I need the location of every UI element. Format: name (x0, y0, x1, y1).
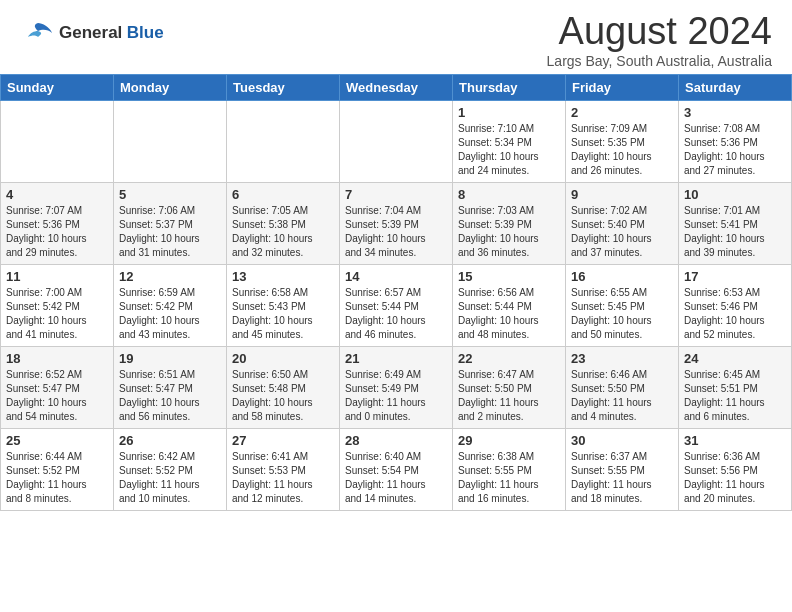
calendar-cell: 23Sunrise: 6:46 AM Sunset: 5:50 PM Dayli… (566, 347, 679, 429)
calendar-cell: 24Sunrise: 6:45 AM Sunset: 5:51 PM Dayli… (679, 347, 792, 429)
day-info: Sunrise: 7:04 AM Sunset: 5:39 PM Dayligh… (345, 204, 447, 260)
day-number: 18 (6, 351, 108, 366)
day-number: 2 (571, 105, 673, 120)
calendar-cell: 9Sunrise: 7:02 AM Sunset: 5:40 PM Daylig… (566, 183, 679, 265)
day-info: Sunrise: 6:58 AM Sunset: 5:43 PM Dayligh… (232, 286, 334, 342)
day-number: 20 (232, 351, 334, 366)
calendar-cell: 16Sunrise: 6:55 AM Sunset: 5:45 PM Dayli… (566, 265, 679, 347)
day-number: 1 (458, 105, 560, 120)
calendar-cell: 11Sunrise: 7:00 AM Sunset: 5:42 PM Dayli… (1, 265, 114, 347)
day-number: 25 (6, 433, 108, 448)
calendar-week-2: 4Sunrise: 7:07 AM Sunset: 5:36 PM Daylig… (1, 183, 792, 265)
day-info: Sunrise: 7:06 AM Sunset: 5:37 PM Dayligh… (119, 204, 221, 260)
day-info: Sunrise: 6:49 AM Sunset: 5:49 PM Dayligh… (345, 368, 447, 424)
calendar-cell: 18Sunrise: 6:52 AM Sunset: 5:47 PM Dayli… (1, 347, 114, 429)
logo-text: General Blue (59, 24, 164, 43)
day-info: Sunrise: 6:36 AM Sunset: 5:56 PM Dayligh… (684, 450, 786, 506)
day-number: 4 (6, 187, 108, 202)
day-info: Sunrise: 6:55 AM Sunset: 5:45 PM Dayligh… (571, 286, 673, 342)
location: Largs Bay, South Australia, Australia (547, 53, 772, 69)
day-number: 3 (684, 105, 786, 120)
day-info: Sunrise: 7:00 AM Sunset: 5:42 PM Dayligh… (6, 286, 108, 342)
day-info: Sunrise: 7:09 AM Sunset: 5:35 PM Dayligh… (571, 122, 673, 178)
calendar-week-4: 18Sunrise: 6:52 AM Sunset: 5:47 PM Dayli… (1, 347, 792, 429)
day-info: Sunrise: 6:47 AM Sunset: 5:50 PM Dayligh… (458, 368, 560, 424)
calendar-cell: 12Sunrise: 6:59 AM Sunset: 5:42 PM Dayli… (114, 265, 227, 347)
day-number: 15 (458, 269, 560, 284)
day-number: 31 (684, 433, 786, 448)
calendar-cell: 3Sunrise: 7:08 AM Sunset: 5:36 PM Daylig… (679, 101, 792, 183)
header: General Blue August 2024 Largs Bay, Sout… (0, 0, 792, 74)
calendar-cell: 22Sunrise: 6:47 AM Sunset: 5:50 PM Dayli… (453, 347, 566, 429)
weekday-header-friday: Friday (566, 75, 679, 101)
calendar: SundayMondayTuesdayWednesdayThursdayFrid… (0, 74, 792, 511)
calendar-cell: 31Sunrise: 6:36 AM Sunset: 5:56 PM Dayli… (679, 429, 792, 511)
calendar-cell: 20Sunrise: 6:50 AM Sunset: 5:48 PM Dayli… (227, 347, 340, 429)
calendar-cell: 7Sunrise: 7:04 AM Sunset: 5:39 PM Daylig… (340, 183, 453, 265)
day-number: 13 (232, 269, 334, 284)
day-info: Sunrise: 6:45 AM Sunset: 5:51 PM Dayligh… (684, 368, 786, 424)
weekday-header-thursday: Thursday (453, 75, 566, 101)
day-info: Sunrise: 6:41 AM Sunset: 5:53 PM Dayligh… (232, 450, 334, 506)
day-number: 26 (119, 433, 221, 448)
day-info: Sunrise: 6:40 AM Sunset: 5:54 PM Dayligh… (345, 450, 447, 506)
calendar-cell: 4Sunrise: 7:07 AM Sunset: 5:36 PM Daylig… (1, 183, 114, 265)
day-info: Sunrise: 6:52 AM Sunset: 5:47 PM Dayligh… (6, 368, 108, 424)
calendar-cell: 1Sunrise: 7:10 AM Sunset: 5:34 PM Daylig… (453, 101, 566, 183)
day-info: Sunrise: 6:51 AM Sunset: 5:47 PM Dayligh… (119, 368, 221, 424)
calendar-cell: 5Sunrise: 7:06 AM Sunset: 5:37 PM Daylig… (114, 183, 227, 265)
calendar-cell: 2Sunrise: 7:09 AM Sunset: 5:35 PM Daylig… (566, 101, 679, 183)
day-info: Sunrise: 7:02 AM Sunset: 5:40 PM Dayligh… (571, 204, 673, 260)
day-number: 11 (6, 269, 108, 284)
day-info: Sunrise: 7:01 AM Sunset: 5:41 PM Dayligh… (684, 204, 786, 260)
weekday-header-wednesday: Wednesday (340, 75, 453, 101)
calendar-cell: 17Sunrise: 6:53 AM Sunset: 5:46 PM Dayli… (679, 265, 792, 347)
day-number: 27 (232, 433, 334, 448)
calendar-cell: 27Sunrise: 6:41 AM Sunset: 5:53 PM Dayli… (227, 429, 340, 511)
calendar-cell (340, 101, 453, 183)
day-number: 23 (571, 351, 673, 366)
calendar-cell: 21Sunrise: 6:49 AM Sunset: 5:49 PM Dayli… (340, 347, 453, 429)
calendar-cell: 30Sunrise: 6:37 AM Sunset: 5:55 PM Dayli… (566, 429, 679, 511)
month-title: August 2024 (547, 10, 772, 53)
day-info: Sunrise: 6:59 AM Sunset: 5:42 PM Dayligh… (119, 286, 221, 342)
day-number: 30 (571, 433, 673, 448)
day-info: Sunrise: 7:10 AM Sunset: 5:34 PM Dayligh… (458, 122, 560, 178)
calendar-week-5: 25Sunrise: 6:44 AM Sunset: 5:52 PM Dayli… (1, 429, 792, 511)
day-number: 19 (119, 351, 221, 366)
weekday-header-sunday: Sunday (1, 75, 114, 101)
day-number: 24 (684, 351, 786, 366)
day-info: Sunrise: 6:56 AM Sunset: 5:44 PM Dayligh… (458, 286, 560, 342)
logo-general: General (59, 23, 122, 42)
day-number: 21 (345, 351, 447, 366)
day-info: Sunrise: 6:37 AM Sunset: 5:55 PM Dayligh… (571, 450, 673, 506)
day-info: Sunrise: 7:03 AM Sunset: 5:39 PM Dayligh… (458, 204, 560, 260)
title-block: August 2024 Largs Bay, South Australia, … (547, 10, 772, 69)
calendar-week-1: 1Sunrise: 7:10 AM Sunset: 5:34 PM Daylig… (1, 101, 792, 183)
day-info: Sunrise: 6:42 AM Sunset: 5:52 PM Dayligh… (119, 450, 221, 506)
calendar-cell: 28Sunrise: 6:40 AM Sunset: 5:54 PM Dayli… (340, 429, 453, 511)
weekday-header-monday: Monday (114, 75, 227, 101)
day-info: Sunrise: 7:08 AM Sunset: 5:36 PM Dayligh… (684, 122, 786, 178)
day-number: 14 (345, 269, 447, 284)
weekday-header-tuesday: Tuesday (227, 75, 340, 101)
day-info: Sunrise: 6:38 AM Sunset: 5:55 PM Dayligh… (458, 450, 560, 506)
day-number: 5 (119, 187, 221, 202)
day-number: 10 (684, 187, 786, 202)
day-number: 22 (458, 351, 560, 366)
logo: General Blue (20, 15, 164, 51)
calendar-cell: 10Sunrise: 7:01 AM Sunset: 5:41 PM Dayli… (679, 183, 792, 265)
calendar-cell: 13Sunrise: 6:58 AM Sunset: 5:43 PM Dayli… (227, 265, 340, 347)
day-number: 8 (458, 187, 560, 202)
calendar-cell: 15Sunrise: 6:56 AM Sunset: 5:44 PM Dayli… (453, 265, 566, 347)
day-info: Sunrise: 7:05 AM Sunset: 5:38 PM Dayligh… (232, 204, 334, 260)
weekday-header-saturday: Saturday (679, 75, 792, 101)
calendar-cell: 29Sunrise: 6:38 AM Sunset: 5:55 PM Dayli… (453, 429, 566, 511)
day-number: 7 (345, 187, 447, 202)
calendar-cell: 26Sunrise: 6:42 AM Sunset: 5:52 PM Dayli… (114, 429, 227, 511)
calendar-cell: 19Sunrise: 6:51 AM Sunset: 5:47 PM Dayli… (114, 347, 227, 429)
day-info: Sunrise: 6:50 AM Sunset: 5:48 PM Dayligh… (232, 368, 334, 424)
calendar-cell: 14Sunrise: 6:57 AM Sunset: 5:44 PM Dayli… (340, 265, 453, 347)
calendar-cell: 6Sunrise: 7:05 AM Sunset: 5:38 PM Daylig… (227, 183, 340, 265)
day-info: Sunrise: 6:46 AM Sunset: 5:50 PM Dayligh… (571, 368, 673, 424)
